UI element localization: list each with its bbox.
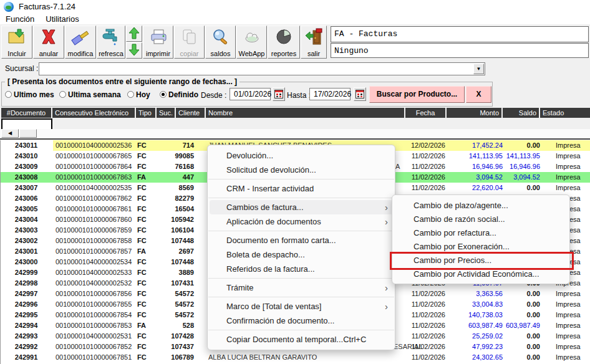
- toolbar-button-label: WebApp: [237, 50, 266, 57]
- cell-cliente: 106104: [144, 226, 194, 234]
- cell-consecutivo: 00100001010000067858: [56, 237, 132, 244]
- hasta-date-input[interactable]: 17/02/2026: [309, 88, 351, 100]
- menu-item[interactable]: Devolución...: [210, 148, 393, 163]
- desde-calendar-button[interactable]: [273, 87, 285, 101]
- cell-estado: Impresa: [556, 141, 581, 149]
- column-header[interactable]: Nombre: [206, 108, 404, 118]
- cell-documento: 243009: [2, 163, 51, 170]
- cell-cliente: 714: [144, 141, 194, 149]
- cell-estado: Impresa: [556, 290, 581, 297]
- saldos-button[interactable]: saldos: [205, 26, 236, 59]
- cell-documento: 242993: [2, 332, 51, 340]
- menu-item-label: Copiar Documento al temporal...: [226, 335, 343, 344]
- menu-item[interactable]: CRM - Insertar actividad: [210, 181, 393, 196]
- move-down-button[interactable]: [126, 42, 142, 59]
- salir-button[interactable]: salir: [301, 26, 327, 59]
- submenu-item[interactable]: Cambio por Actividad Económica...: [394, 267, 568, 280]
- chevron-down-icon[interactable]: ▼: [473, 64, 484, 74]
- menubar-item-utilitarios[interactable]: Utilitarios: [40, 14, 84, 24]
- menu-item[interactable]: Documento en formato carta...: [210, 233, 393, 247]
- cell-documento: 243005: [2, 205, 51, 213]
- copiar-button[interactable]: copiar: [174, 26, 205, 59]
- radio-ultima-semana[interactable]: [59, 91, 66, 98]
- radio-hoy[interactable]: [127, 91, 134, 98]
- printer-icon: [148, 28, 168, 46]
- submenu-item-label: Cambio por refactura...: [413, 228, 496, 237]
- filter-field[interactable]: Ninguno: [331, 43, 589, 58]
- modifica-button[interactable]: modifica: [65, 26, 96, 59]
- clear-search-button[interactable]: X: [466, 86, 491, 103]
- scrollbar-thumb[interactable]: [19, 129, 37, 138]
- submenu-item-label: Cambio por Precios...: [413, 256, 491, 265]
- menu-item[interactable]: Cambios de factura...›: [210, 200, 393, 214]
- menu-item[interactable]: Trámite›: [210, 280, 393, 295]
- cell-cliente: 105942: [144, 216, 194, 223]
- table-row[interactable]: 24299100100001010000067851FC106789ALBA L…: [1, 352, 590, 363]
- column-header[interactable]: Saldo: [503, 108, 539, 118]
- column-header[interactable]: Fecha: [405, 108, 445, 118]
- incluir-button[interactable]: Incluir: [1, 26, 32, 59]
- exit-door-icon: [304, 28, 324, 46]
- menu-item[interactable]: Boleta de despacho...: [210, 247, 393, 262]
- column-header[interactable]: Monto: [447, 108, 501, 118]
- menu-item[interactable]: Solicitud de devolución...: [210, 163, 393, 177]
- menu-item[interactable]: Copiar Documento al temporal...Ctrl+C: [210, 332, 393, 347]
- cell-documento: 242994: [2, 322, 51, 329]
- cell-consecutivo: 00100001010000067851: [56, 353, 132, 361]
- cell-nombre: ALBA LUCIA BELTRAN GARAVITO: [208, 353, 317, 361]
- horizontal-scrollbar[interactable]: ◀: [0, 129, 590, 138]
- cell-documento: 242991: [2, 353, 51, 361]
- scroll-left-icon[interactable]: ◀: [1, 129, 19, 138]
- app-window: Facturas-7.1.24 FunciónUtilitarios Inclu…: [0, 0, 590, 364]
- menu-separator: [208, 231, 394, 231]
- menu-item[interactable]: Aplicación de documentos›: [210, 214, 393, 229]
- menubar-item-función[interactable]: Función: [0, 14, 40, 24]
- webapp-button[interactable]: WebApp: [236, 26, 267, 59]
- submenu-item[interactable]: Cambio por refactura...: [394, 226, 568, 239]
- sucursal-combobox[interactable]: ▼: [39, 62, 485, 75]
- toolbar-button-label: reportes: [268, 50, 299, 57]
- radio-definido[interactable]: [160, 91, 167, 98]
- column-header[interactable]: Suc.: [157, 108, 175, 118]
- cell-consecutivo: 00100001010000067865: [56, 152, 132, 160]
- column-header[interactable]: #Documento: [1, 108, 51, 118]
- submenu-item[interactable]: Cambio por Exoneración...: [394, 239, 568, 253]
- cloud-icon: [242, 28, 262, 46]
- cell-estado: Impresa: [556, 152, 581, 160]
- pie-chart-icon: [274, 28, 294, 46]
- reportes-button[interactable]: reportes: [268, 26, 300, 59]
- column-header[interactable]: Tipo: [136, 108, 155, 118]
- cell-estado: Impresa: [556, 300, 581, 308]
- anular-button[interactable]: anular: [33, 26, 64, 59]
- menu-item[interactable]: Confirmación de documento...: [210, 314, 393, 328]
- doc-type-field[interactable]: FA - Facturas: [331, 26, 589, 42]
- column-header[interactable]: Cliente: [176, 108, 205, 118]
- cell-estado: Impresa: [556, 343, 581, 350]
- column-header[interactable]: Consecutivo Electrónico: [52, 108, 135, 118]
- move-up-button[interactable]: [126, 26, 142, 42]
- submenu-item[interactable]: Cambio por Precios...: [394, 253, 568, 267]
- cell-cliente: 54572: [144, 300, 194, 308]
- cell-consecutivo: 00100001040000002535: [56, 184, 132, 191]
- radio-ultimo-mes[interactable]: [5, 91, 12, 98]
- refresca-button[interactable]: refresca: [97, 26, 125, 59]
- cell-estado: Impresa: [556, 173, 581, 181]
- toolbar-button-label: salir: [301, 50, 326, 57]
- imprimir-button[interactable]: imprimir: [143, 26, 173, 59]
- submenu-item[interactable]: Cambio de plazo/agente...: [394, 198, 568, 212]
- hasta-calendar-button[interactable]: [354, 87, 366, 101]
- menu-item-label: Confirmación de documento...: [226, 316, 334, 325]
- radio-label: Ultimo mes: [14, 90, 54, 99]
- menu-item[interactable]: Marco de [Total de ventas]›: [210, 299, 393, 314]
- menu-item[interactable]: Referidos de la factura...: [210, 262, 393, 276]
- buscar-por-producto-button[interactable]: Buscar por Producto...: [369, 86, 465, 103]
- desde-date-input[interactable]: 01/01/2026: [230, 88, 271, 100]
- cell-saldo: 0.00: [473, 343, 540, 350]
- cell-cliente: 106789: [144, 353, 194, 361]
- submenu-item[interactable]: Cambio de razón social...: [394, 212, 568, 226]
- column-header[interactable]: Estado: [540, 108, 590, 118]
- cell-cliente: 107448: [144, 237, 194, 244]
- cell-consecutivo: 00100001040000002531: [56, 332, 132, 340]
- cell-documento: 242996: [2, 300, 51, 308]
- cell-estado: Impresa: [556, 353, 581, 361]
